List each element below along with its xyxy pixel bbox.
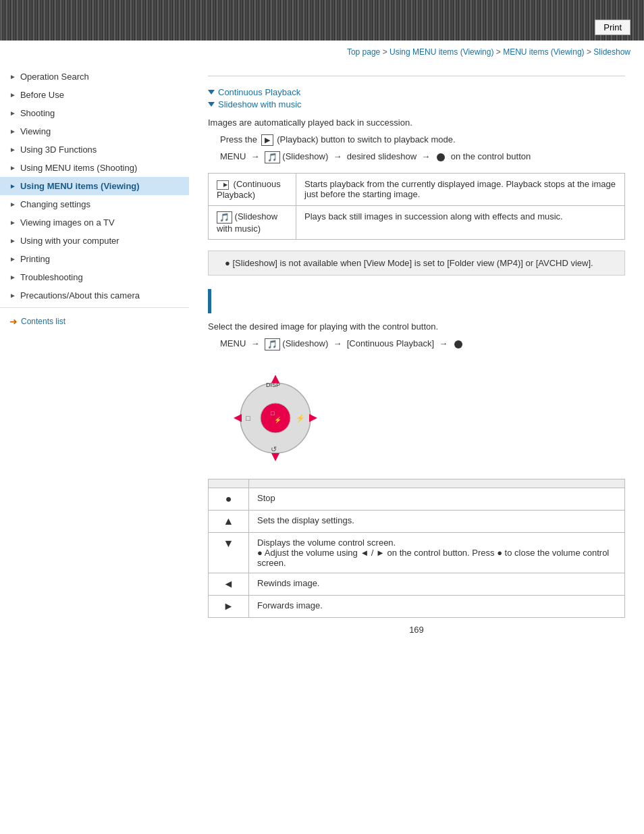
feature-row-1: (ContinuousPlayback) Starts playback fro… [209,174,625,206]
sidebar-item-using-with-your-computer[interactable]: ► Using with your computer [0,232,189,250]
feature-icon-2: 🎵 (Slideshowwith music) [209,205,296,239]
sidebar-item-precautions-about-this-camera[interactable]: ► Precautions/About this camera [0,286,189,305]
playback-icon: ▶ [261,134,273,146]
main-layout: ► Operation Search► Before Use► Shooting… [0,61,644,648]
sidebar-item-label: Shooting [20,108,55,118]
sidebar-item-operation-search[interactable]: ► Operation Search [0,68,189,86]
step1-text: Press the ▶ (Playback) button to switch … [220,134,625,146]
sidebar-item-label: Viewing [20,126,51,136]
sidebar-arrow-icon: ► [9,164,16,172]
sidebar-item-label: Using with your computer [20,236,119,246]
contents-list-label: Contents list [21,317,65,326]
control-desc: Rewinds image. [249,573,625,595]
anchor-continuous-playback[interactable]: Continuous Playback [208,87,625,97]
control-symbol: ▼ [209,532,249,573]
section-intro-text: Select the desired image for playing wit… [208,321,625,332]
anchor-arrow-icon-1 [208,90,215,95]
sidebar-arrow-icon: ► [9,219,16,226]
breadcrumb-sep1: > [383,47,390,57]
sidebar-item-label: Using MENU items (Viewing) [20,181,140,191]
sidebar-item-using-3d-functions[interactable]: ► Using 3D Functions [0,140,189,159]
step2-text: MENU → 🎵 (Slideshow) → desired slideshow… [220,151,625,163]
anchor-label-1: Continuous Playback [218,87,300,97]
contents-arrow-icon: ➜ [9,316,18,327]
sidebar-item-shooting[interactable]: ► Shooting [0,104,189,122]
blue-bar-icon [208,289,211,313]
sidebar-item-label: Troubleshooting [20,272,83,282]
svg-marker-5 [271,375,279,383]
svg-text:↺: ↺ [271,445,277,453]
control-table-row: ► Forwards image. [209,595,625,617]
sidebar-item-label: Viewing images on a TV [20,217,115,228]
breadcrumb-using-menu-viewing[interactable]: Using MENU items (Viewing) [390,47,493,57]
sidebar-item-label: Using MENU items (Shooting) [20,163,137,173]
sidebar-item-label: Using 3D Functions [20,145,97,155]
note-bullet: ● [225,258,230,268]
sidebar-divider [0,307,189,308]
svg-marker-7 [234,414,242,422]
sidebar-item-label: Operation Search [20,72,89,82]
sidebar-arrow-icon: ► [9,273,16,281]
slideshow-menu-icon: 🎵 [265,151,280,163]
sidebar-item-changing-settings[interactable]: ► Changing settings [0,195,189,213]
control-table-row: ▼ Displays the volume control screen.● A… [209,532,625,573]
header-bar: Print [0,0,644,41]
contents-list-link[interactable]: ➜ Contents list [0,311,189,332]
breadcrumb-slideshow[interactable]: Slideshow [593,47,630,57]
sidebar-item-label: Printing [20,254,50,264]
sidebar-arrow-icon: ► [9,255,16,263]
note-box: ● [Slideshow] is not available when [Vie… [208,251,625,276]
breadcrumb-top[interactable]: Top page [347,47,380,57]
content-divider [208,76,625,76]
control-col-desc [249,479,625,488]
continuous-icon [217,180,229,190]
sidebar-item-viewing[interactable]: ► Viewing [0,122,189,140]
print-button[interactable]: Print [595,20,630,35]
anchor-label-2: Slideshow with music [218,99,302,109]
control-desc: Sets the display settings. [249,510,625,532]
svg-text:⚡: ⚡ [296,413,305,423]
control-col-symbol [209,479,249,488]
control-desc: Forwards image. [249,595,625,617]
sidebar-item-before-use[interactable]: ► Before Use [0,86,189,104]
sidebar-arrow-icon: ► [9,128,16,135]
sidebar-arrow-icon: ► [9,292,16,299]
sidebar-arrow-icon: ► [9,146,16,153]
control-table: ● Stop▲ Sets the display settings.▼ Disp… [208,479,625,618]
svg-marker-6 [271,453,279,461]
sidebar-item-using-menu-items-viewing-[interactable]: ► Using MENU items (Viewing) [0,177,189,195]
sidebar-item-label: Changing settings [20,199,90,209]
feature-desc-1: Starts playback from the currently displ… [296,174,625,206]
control-symbol: ◄ [209,573,249,595]
slideshow-menu-icon2: 🎵 [265,338,280,350]
anchor-arrow-icon-2 [208,102,215,107]
main-content: Continuous Playback Slideshow with music… [189,61,644,648]
control-table-header-row [209,479,625,488]
sidebar-item-printing[interactable]: ► Printing [0,250,189,268]
sidebar-arrow-icon: ► [9,182,16,190]
breadcrumb: Top page > Using MENU items (Viewing) > … [0,41,644,61]
feature-desc-2: Plays back still images in succession al… [296,205,625,239]
page-number: 169 [208,625,625,635]
breadcrumb-menu-items-viewing[interactable]: MENU items (Viewing) [503,47,584,57]
section-heading [208,289,625,313]
svg-text:□: □ [271,410,275,417]
feature-table: (ContinuousPlayback) Starts playback fro… [208,173,625,240]
circle-icon-step2 [437,153,445,161]
sidebar-arrow-icon: ► [9,237,16,244]
slideshow-icon: 🎵 [217,211,232,224]
anchor-slideshow-music[interactable]: Slideshow with music [208,99,625,109]
feature-row-2: 🎵 (Slideshowwith music) Plays back still… [209,205,625,239]
control-table-row: ▲ Sets the display settings. [209,510,625,532]
control-table-row: ◄ Rewinds image. [209,573,625,595]
control-desc: Stop [249,488,625,510]
control-table-body: ● Stop▲ Sets the display settings.▼ Disp… [209,488,625,617]
sidebar-item-using-menu-items-shooting-[interactable]: ► Using MENU items (Shooting) [0,159,189,177]
control-symbol: ► [209,595,249,617]
intro-text: Images are automatically played back in … [208,118,625,128]
menu-step2-text: MENU → 🎵 (Slideshow) → [Continuous Playb… [220,338,625,350]
sidebar-item-viewing-images-on-a-tv[interactable]: ► Viewing images on a TV [0,213,189,232]
control-table-row: ● Stop [209,488,625,510]
sidebar-arrow-icon: ► [9,201,16,208]
sidebar-item-troubleshooting[interactable]: ► Troubleshooting [0,268,189,286]
